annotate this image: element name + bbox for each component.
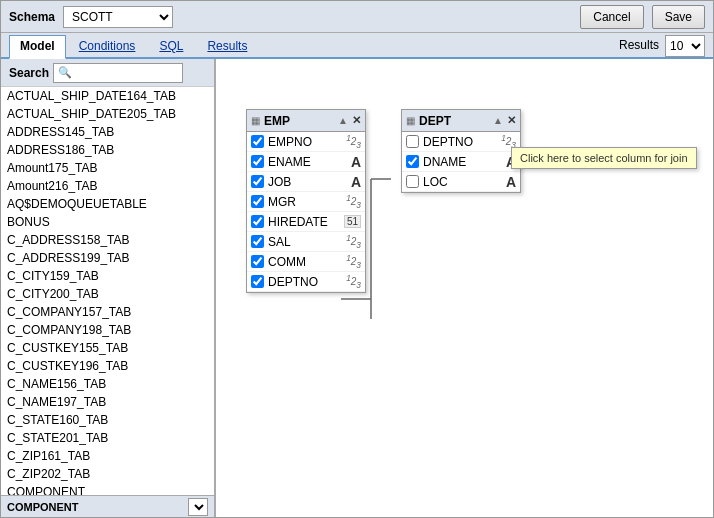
table-list-item[interactable]: C_CUSTKEY155_TAB (1, 339, 214, 357)
table-list-item[interactable]: C_CITY159_TAB (1, 267, 214, 285)
search-bar: Search 🔍 (1, 59, 214, 87)
row-checkbox[interactable] (251, 135, 264, 148)
search-input[interactable] (72, 67, 172, 79)
row-field-type[interactable]: 123 (346, 193, 361, 210)
dept-table-widget: ▦ DEPT ▲ ✕ DEPTNO123DNAMEALOCA (401, 109, 521, 193)
tab-results[interactable]: Results (196, 35, 258, 57)
tab-model[interactable]: Model (9, 35, 66, 59)
table-list-item[interactable]: C_STATE201_TAB (1, 429, 214, 447)
dept-table-icon: ▦ (406, 115, 415, 126)
dept-table-header: ▦ DEPT ▲ ✕ (402, 110, 520, 132)
table-list-item[interactable]: C_NAME156_TAB (1, 375, 214, 393)
row-field-name: DEPTNO (268, 275, 342, 289)
row-field-name: ENAME (268, 155, 347, 169)
table-list-item[interactable]: BONUS (1, 213, 214, 231)
row-checkbox[interactable] (251, 195, 264, 208)
row-checkbox[interactable] (251, 155, 264, 168)
table-list-item[interactable]: C_ADDRESS199_TAB (1, 249, 214, 267)
row-field-name: MGR (268, 195, 342, 209)
table-list-item[interactable]: Amount216_TAB (1, 177, 214, 195)
tab-conditions[interactable]: Conditions (68, 35, 147, 57)
row-field-name: SAL (268, 235, 342, 249)
content-area: Search 🔍 ACTUAL_SHIP_DATE164_TABACTUAL_S… (1, 59, 713, 517)
results-label: Results (615, 35, 663, 57)
emp-table-title: EMP (264, 114, 334, 128)
table-list-item[interactable]: COMPONENT (1, 483, 214, 495)
right-panel: ▦ EMP ▲ ✕ EMPNO123ENAMEAJOBAMGR123HIREDA… (216, 59, 713, 517)
row-field-name: COMM (268, 255, 342, 269)
row-checkbox[interactable] (406, 135, 419, 148)
table-list-item[interactable]: ACTUAL_SHIP_DATE164_TAB (1, 87, 214, 105)
tooltip-box: Click here to select column for join (511, 147, 697, 169)
row-checkbox[interactable] (251, 175, 264, 188)
row-checkbox[interactable] (251, 275, 264, 288)
search-input-wrapper: 🔍 (53, 63, 183, 83)
emp-sort-icon[interactable]: ▲ (338, 115, 348, 126)
dept-close-icon[interactable]: ✕ (507, 114, 516, 127)
row-field-name: EMPNO (268, 135, 342, 149)
row-checkbox[interactable] (406, 155, 419, 168)
table-list-item[interactable]: AQ$DEMOQUEUETABLE (1, 195, 214, 213)
row-field-type[interactable]: 123 (346, 273, 361, 290)
top-bar: Schema SCOTT Cancel Save (1, 1, 713, 33)
search-icon: 🔍 (58, 66, 72, 79)
emp-table-widget: ▦ EMP ▲ ✕ EMPNO123ENAMEAJOBAMGR123HIREDA… (246, 109, 366, 293)
table-row: HIREDATE51 (247, 212, 365, 232)
search-label: Search (9, 66, 49, 80)
table-list-item[interactable]: C_COMPANY157_TAB (1, 303, 214, 321)
table-list-item[interactable]: C_ZIP202_TAB (1, 465, 214, 483)
table-list-item[interactable]: C_NAME197_TAB (1, 393, 214, 411)
dept-sort-icon[interactable]: ▲ (493, 115, 503, 126)
left-panel-footer: COMPONENT (1, 495, 214, 517)
row-field-type[interactable]: 51 (344, 215, 361, 228)
table-list-item[interactable]: ADDRESS145_TAB (1, 123, 214, 141)
table-list-item[interactable]: Amount175_TAB (1, 159, 214, 177)
dept-rows: DEPTNO123DNAMEALOCA (402, 132, 520, 192)
schema-select[interactable]: SCOTT (63, 6, 173, 28)
dept-table-title: DEPT (419, 114, 489, 128)
table-row: DNAMEA (402, 152, 520, 172)
row-field-type[interactable]: A (506, 174, 516, 190)
table-list-item[interactable]: C_STATE160_TAB (1, 411, 214, 429)
table-list-item[interactable]: C_ADDRESS158_TAB (1, 231, 214, 249)
cancel-button[interactable]: Cancel (580, 5, 643, 29)
table-list-item[interactable]: ACTUAL_SHIP_DATE205_TAB (1, 105, 214, 123)
emp-close-icon[interactable]: ✕ (352, 114, 361, 127)
left-panel: Search 🔍 ACTUAL_SHIP_DATE164_TABACTUAL_S… (1, 59, 216, 517)
table-row: MGR123 (247, 192, 365, 212)
table-row: EMPNO123 (247, 132, 365, 152)
row-field-type[interactable]: A (351, 154, 361, 170)
table-row: SAL123 (247, 232, 365, 252)
nav-tabs: Model Conditions SQL Results Results 10 … (1, 33, 713, 59)
row-field-name: JOB (268, 175, 347, 189)
table-row: DEPTNO123 (247, 272, 365, 292)
table-list-item[interactable]: C_CUSTKEY196_TAB (1, 357, 214, 375)
row-field-name: DNAME (423, 155, 502, 169)
table-list-item[interactable]: ADDRESS186_TAB (1, 141, 214, 159)
table-row: DEPTNO123 (402, 132, 520, 152)
table-list-item[interactable]: C_COMPANY198_TAB (1, 321, 214, 339)
row-field-name: DEPTNO (423, 135, 497, 149)
row-field-type[interactable]: 123 (346, 233, 361, 250)
row-checkbox[interactable] (251, 235, 264, 248)
main-container: Schema SCOTT Cancel Save Model Condition… (0, 0, 714, 518)
row-checkbox[interactable] (251, 215, 264, 228)
emp-table-header: ▦ EMP ▲ ✕ (247, 110, 365, 132)
row-field-type[interactable]: A (351, 174, 361, 190)
table-list: ACTUAL_SHIP_DATE164_TABACTUAL_SHIP_DATE2… (1, 87, 214, 495)
row-checkbox[interactable] (406, 175, 419, 188)
table-list-item[interactable]: C_ZIP161_TAB (1, 447, 214, 465)
emp-rows: EMPNO123ENAMEAJOBAMGR123HIREDATE51SAL123… (247, 132, 365, 292)
footer-dropdown[interactable] (188, 498, 208, 516)
row-checkbox[interactable] (251, 255, 264, 268)
results-count-select[interactable]: 10 25 50 (665, 35, 705, 57)
table-row: ENAMEA (247, 152, 365, 172)
row-field-type[interactable]: 123 (346, 133, 361, 150)
schema-label: Schema (9, 10, 55, 24)
save-button[interactable]: Save (652, 5, 705, 29)
tab-sql[interactable]: SQL (148, 35, 194, 57)
row-field-type[interactable]: 123 (346, 253, 361, 270)
table-row: LOCA (402, 172, 520, 192)
row-field-name: HIREDATE (268, 215, 340, 229)
table-list-item[interactable]: C_CITY200_TAB (1, 285, 214, 303)
